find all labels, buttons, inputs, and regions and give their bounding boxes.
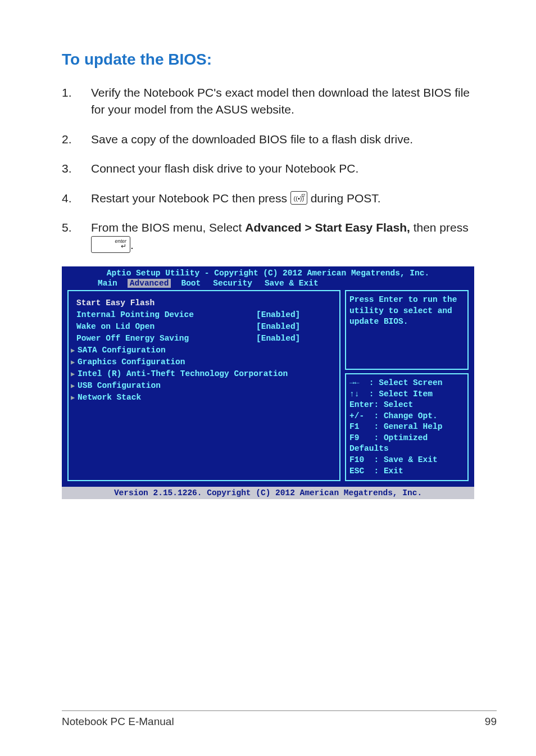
bios-main-panel: Start Easy Flash Internal Pointing Devic… bbox=[67, 290, 340, 481]
step-3: 3. Connect your flash disk drive to your… bbox=[62, 160, 474, 177]
steps-list: 1. Verify the Notebook PC's exact model … bbox=[62, 84, 474, 254]
bios-option-label: Start Easy Flash bbox=[76, 298, 256, 307]
bios-tab-save-exit[interactable]: Save & Exit bbox=[262, 279, 321, 288]
triangle-icon: ▶ bbox=[71, 370, 76, 378]
bios-help-top: Press Enter to run the utility to select… bbox=[345, 290, 469, 370]
bios-tab-security[interactable]: Security bbox=[211, 279, 255, 288]
triangle-icon: ▶ bbox=[71, 393, 76, 402]
bios-option[interactable]: Start Easy Flash bbox=[76, 298, 334, 307]
step-text: Save a copy of the downloaded BIOS file … bbox=[91, 131, 474, 148]
bios-submenu[interactable]: ▶Graphics Configuration bbox=[71, 357, 334, 366]
bios-submenu[interactable]: ▶Intel (R) Anti-Theft Technology Corpora… bbox=[71, 369, 334, 378]
bios-option-value: [Enabled] bbox=[256, 334, 300, 343]
bios-option-label: Internal Pointing Device bbox=[76, 310, 256, 319]
step-text: Connect your flash disk drive to your No… bbox=[91, 160, 474, 177]
step-post: during POST. bbox=[311, 192, 381, 205]
submenu-label: SATA Configuration bbox=[78, 346, 166, 355]
key-sup: f2 bbox=[301, 192, 305, 199]
bios-submenu[interactable]: ▶Network Stack bbox=[71, 393, 334, 402]
footer-left: Notebook PC E-Manual bbox=[62, 716, 174, 728]
submenu-label: Graphics Configuration bbox=[78, 357, 185, 366]
step-1: 1. Verify the Notebook PC's exact model … bbox=[62, 84, 474, 119]
submenu-label: Network Stack bbox=[78, 393, 141, 402]
bios-tab-main[interactable]: Main bbox=[96, 279, 120, 288]
step-text: Restart your Notebook PC then press f2 (… bbox=[91, 190, 474, 207]
triangle-icon: ▶ bbox=[71, 382, 76, 390]
bios-screenshot: Aptio Setup Utility - Copyright (C) 2012… bbox=[62, 266, 474, 499]
step-mid: then press bbox=[410, 221, 469, 234]
submenu-label: USB Configuration bbox=[78, 381, 161, 390]
step-number: 1. bbox=[62, 84, 91, 119]
footer-page-number: 99 bbox=[485, 716, 497, 728]
bios-tabs: Main Advanced Boot Security Save & Exit bbox=[62, 279, 474, 290]
page-footer: Notebook PC E-Manual 99 bbox=[62, 710, 497, 728]
bios-tab-advanced[interactable]: Advanced bbox=[128, 279, 171, 288]
step-4: 4. Restart your Notebook PC then press f… bbox=[62, 190, 474, 207]
bios-tab-boot[interactable]: Boot bbox=[179, 279, 203, 288]
bios-help-bottom: →← : Select Screen ↑↓ : Select Item Ente… bbox=[345, 373, 469, 481]
step-post: . bbox=[130, 238, 134, 251]
step-number: 4. bbox=[62, 190, 91, 207]
bios-option[interactable]: Internal Pointing Device [Enabled] bbox=[76, 310, 334, 319]
bios-option-label: Wake on Lid Open bbox=[76, 322, 256, 331]
enter-arrow-icon: ↵ bbox=[121, 242, 126, 251]
step-number: 2. bbox=[62, 131, 91, 148]
bios-option[interactable]: Power Off Energy Saving [Enabled] bbox=[76, 334, 334, 343]
triangle-icon: ▶ bbox=[71, 346, 76, 355]
step-pre: Restart your Notebook PC then press bbox=[91, 192, 290, 205]
enter-key-icon: enter ↵ bbox=[91, 236, 130, 253]
bios-submenu[interactable]: ▶SATA Configuration bbox=[71, 346, 334, 355]
step-5: 5. From the BIOS menu, Select Advanced >… bbox=[62, 219, 474, 254]
step-number: 3. bbox=[62, 160, 91, 177]
triangle-icon: ▶ bbox=[71, 358, 76, 366]
bios-option[interactable]: Wake on Lid Open [Enabled] bbox=[76, 322, 334, 331]
step-pre: From the BIOS menu, Select bbox=[91, 221, 245, 234]
bios-footer: Version 2.15.1226. Copyright (C) 2012 Am… bbox=[62, 487, 474, 499]
bios-title: Aptio Setup Utility - Copyright (C) 2012… bbox=[62, 266, 474, 279]
step-2: 2. Save a copy of the downloaded BIOS fi… bbox=[62, 131, 474, 148]
step-number: 5. bbox=[62, 219, 91, 254]
bios-help-panel: Press Enter to run the utility to select… bbox=[345, 290, 469, 481]
step-text: Verify the Notebook PC's exact model the… bbox=[91, 84, 474, 119]
bios-option-label: Power Off Energy Saving bbox=[76, 334, 256, 343]
bios-submenu[interactable]: ▶USB Configuration bbox=[71, 381, 334, 390]
section-heading: To update the BIOS: bbox=[62, 51, 474, 69]
bios-option-value: [Enabled] bbox=[256, 322, 300, 331]
submenu-label: Intel (R) Anti-Theft Technology Corporat… bbox=[78, 369, 288, 378]
step-text: From the BIOS menu, Select Advanced > St… bbox=[91, 219, 474, 254]
step-bold: Advanced > Start Easy Flash, bbox=[245, 221, 410, 234]
f2-key-icon: f2 ((•)) bbox=[290, 191, 307, 205]
bios-option-value: [Enabled] bbox=[256, 310, 300, 319]
